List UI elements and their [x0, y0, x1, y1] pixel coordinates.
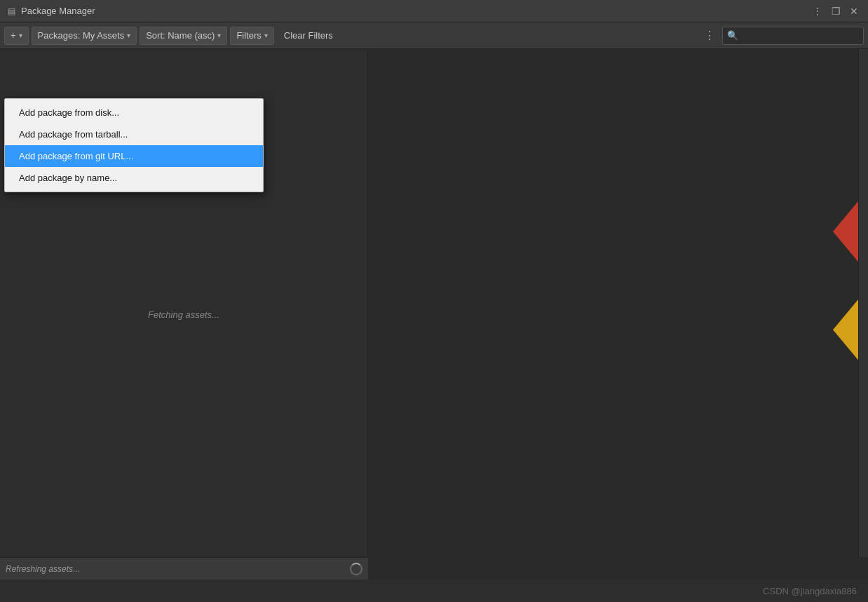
search-box: 🔍: [722, 27, 864, 45]
packages-label: Packages: My Assets: [38, 30, 125, 41]
right-panel: [368, 49, 868, 580]
sort-chevron-icon: ▾: [217, 32, 221, 39]
add-from-disk-item[interactable]: Add package from disk...: [5, 102, 263, 123]
clear-filters-button[interactable]: Clear Filters: [277, 27, 340, 45]
sort-button[interactable]: Sort: Name (asc) ▾: [140, 27, 227, 45]
filters-label: Filters: [236, 30, 261, 41]
scrollbar[interactable]: [858, 49, 868, 557]
search-icon: 🔍: [727, 30, 738, 41]
add-by-name-item[interactable]: Add package by name...: [5, 167, 263, 189]
add-chevron-icon: ▾: [19, 32, 22, 39]
window-controls: ⋮ ❐ ✕: [809, 3, 862, 20]
add-icon: +: [11, 30, 16, 41]
add-from-tarball-item[interactable]: Add package from tarball...: [5, 123, 263, 145]
title-bar: ▤ Package Manager ⋮ ❐ ✕: [0, 0, 868, 22]
spinner-icon: [350, 563, 362, 575]
status-text: Refreshing assets...: [6, 564, 344, 574]
more-options-button[interactable]: ⋮: [809, 3, 826, 20]
watermark: CSDN @jiangdaxia886: [763, 586, 857, 596]
filters-chevron-icon: ▾: [264, 32, 268, 39]
package-manager-icon: ▤: [6, 6, 17, 17]
add-from-git-item[interactable]: Add package from git URL...: [5, 145, 263, 167]
add-package-button[interactable]: + ▾: [4, 27, 29, 45]
close-button[interactable]: ✕: [846, 3, 862, 20]
filters-button[interactable]: Filters ▾: [230, 27, 273, 45]
packages-chevron-icon: ▾: [127, 32, 130, 39]
toolbar: + ▾ Packages: My Assets ▾ Sort: Name (as…: [0, 22, 868, 49]
left-panel: Fetching assets... Refreshing assets... …: [0, 49, 368, 580]
sort-label: Sort: Name (asc): [146, 30, 215, 41]
more-toolbar-button[interactable]: ⋮: [700, 27, 719, 45]
search-input[interactable]: [741, 30, 859, 41]
restore-button[interactable]: ❐: [827, 3, 844, 20]
add-package-dropdown: Add package from disk... Add package fro…: [4, 98, 264, 192]
packages-filter-button[interactable]: Packages: My Assets ▾: [32, 27, 137, 45]
status-bar: Refreshing assets...: [0, 557, 368, 580]
main-layout: Fetching assets... Refreshing assets... …: [0, 49, 868, 580]
window-title: Package Manager: [21, 6, 809, 16]
